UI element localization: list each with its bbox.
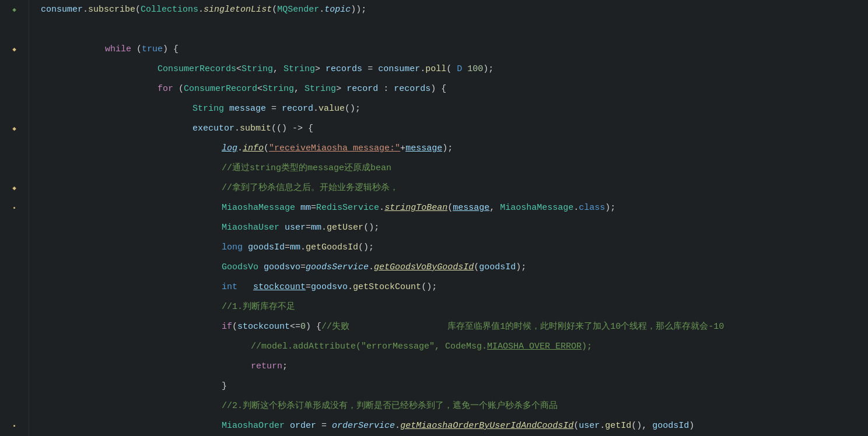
gutter-icon-19 xyxy=(10,357,19,377)
code-line-4: ConsumerRecords<String, String> records … xyxy=(41,59,856,79)
gutter-icon-12 xyxy=(10,218,19,238)
code-line-21: //2.判断这个秒杀订单形成没有，判断是否已经秒杀到了，遮免一个账户秒杀多个商品 xyxy=(41,396,856,416)
gutter-icon-5 xyxy=(10,79,19,99)
code-line-11: MiaoshaMessage mm=RedisService.stringToB… xyxy=(41,198,856,218)
gutter-icon-13 xyxy=(10,238,19,258)
gutter-icon-7: ◆ xyxy=(10,119,19,139)
code-line-8: log.info("receiveMiaosha_message:"+messa… xyxy=(41,139,856,159)
code-editor: ◆ ◆ ◆ ◆ ▪ ▪ consumer.subscribe(Collectio… xyxy=(0,0,868,436)
code-line-22: MiaoshaOrder order = orderService.getMia… xyxy=(41,416,856,436)
gutter-icon-20 xyxy=(10,377,19,396)
gutter-icon-11: ▪ xyxy=(10,198,19,218)
gutter-icon-17 xyxy=(10,317,19,337)
code-line-18: //model.addAttribute("errorMessage", Cod… xyxy=(41,337,856,357)
code-line-9: //通过string类型的message还原成bean xyxy=(41,159,856,178)
gutter-icon-9 xyxy=(10,159,19,178)
gutter-icon-21 xyxy=(10,396,19,416)
code-line-17: if(stockcount<=0) {//失败 库存至临界值1的时候，此时刚好来… xyxy=(41,317,856,337)
code-line-13: long goodsId=mm.getGoodsId(); xyxy=(41,238,856,258)
code-line-7: executor.submit(() -> { xyxy=(41,119,856,139)
code-line-10: //拿到了秒杀信息之后。开始业务逻辑秒杀， xyxy=(41,178,856,198)
gutter-icon-14 xyxy=(10,258,19,277)
gutter-icon-22: ▪ xyxy=(10,416,19,436)
gutter-icon-3: ◆ xyxy=(10,40,19,59)
gutter-icon-10: ◆ xyxy=(10,178,19,198)
code-line-12: MiaoshaUser user=mm.getUser(); xyxy=(41,218,856,238)
gutter-icon-6 xyxy=(10,99,19,119)
code-line-2 xyxy=(41,20,856,40)
code-line-1: consumer.subscribe(Collections.singleton… xyxy=(41,0,856,20)
gutter-icon-18 xyxy=(10,337,19,357)
gutter-icon-15 xyxy=(10,277,19,297)
code-line-16: //1.判断库存不足 xyxy=(41,297,856,317)
gutter-icon-16 xyxy=(10,297,19,317)
code-content: consumer.subscribe(Collections.singleton… xyxy=(29,0,868,436)
code-line-5: for (ConsumerRecord<String, String> reco… xyxy=(41,79,856,99)
gutter-icon-4 xyxy=(10,59,19,79)
code-line-6: String message = record.value(); xyxy=(41,99,856,119)
code-line-15: int stockcount=goodsvo.getStockCount(); xyxy=(41,277,856,297)
code-line-19: return; xyxy=(41,357,856,377)
gutter-icon-1: ◆ xyxy=(10,0,19,20)
gutter-icon-2 xyxy=(10,20,19,40)
code-line-20: } xyxy=(41,377,856,396)
gutter-icon-8 xyxy=(10,139,19,159)
code-line-3: while (true) { xyxy=(41,40,856,59)
code-line-14: GoodsVo goodsvo=goodsService.getGoodsVoB… xyxy=(41,258,856,277)
gutter: ◆ ◆ ◆ ◆ ▪ ▪ xyxy=(0,0,29,436)
